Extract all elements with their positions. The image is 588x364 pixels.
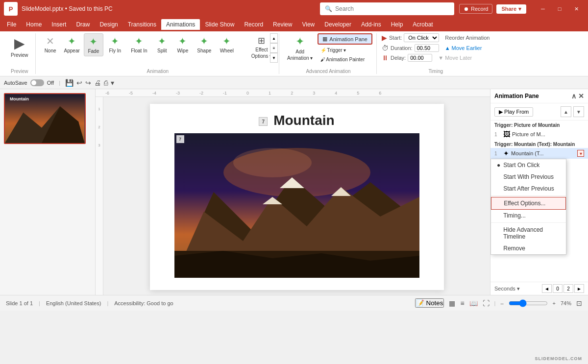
anim-item-2[interactable]: 1 ✦ Mountain (T... ▾	[490, 148, 588, 159]
anim-appear-button[interactable]: ✦ Appear	[61, 33, 83, 55]
close-button[interactable]: ✕	[568, 2, 584, 16]
menu-addins[interactable]: Add-ins	[356, 19, 386, 30]
context-menu: ● Start On Click ● Start With Previous ●…	[490, 159, 566, 255]
anim-floatin-button[interactable]: ✦ Float In	[127, 33, 151, 55]
qa-customize-icon[interactable]: ▾	[111, 79, 114, 87]
ctx-start-on-click[interactable]: ● Start On Click	[491, 159, 566, 171]
undo-icon[interactable]: ↩	[76, 79, 82, 87]
save-icon[interactable]: 💾	[65, 79, 74, 87]
menu-slideshow[interactable]: Slide Show	[200, 19, 239, 30]
ctx-start-with-previous[interactable]: ● Start With Previous	[491, 171, 566, 183]
qa-icon3[interactable]: 🖨	[94, 79, 101, 87]
animation-painter-button[interactable]: 🖌 Animation Painter	[318, 56, 372, 63]
maximize-button[interactable]: □	[552, 2, 567, 16]
start-after-icon: ●	[497, 185, 500, 192]
ctx-timing[interactable]: ● Timing...	[491, 210, 566, 221]
slide-image[interactable]: 7	[174, 133, 419, 278]
anim-pane-icon: ▦	[322, 36, 327, 42]
slide-thumbnail[interactable]: Mountain	[4, 93, 86, 144]
record-button[interactable]: ⏺ Record	[459, 4, 492, 14]
ctx-start-after-previous[interactable]: ● Start After Previous	[491, 183, 566, 194]
pane-scroll-down[interactable]: ▼	[573, 106, 584, 117]
slide-canvas[interactable]: 7 Mountain	[150, 104, 444, 290]
menu-draw[interactable]: Draw	[71, 19, 95, 30]
preview-button[interactable]: ▶ Preview	[8, 33, 31, 60]
menu-insert[interactable]: Insert	[47, 19, 71, 30]
preview-label: Preview	[11, 52, 28, 58]
pane-collapse-icon[interactable]: ∧	[571, 92, 576, 100]
qa-icon4[interactable]: ⎙	[104, 79, 108, 87]
item2-num: 1	[494, 151, 501, 156]
move-later-link[interactable]: ▼ Move Later	[438, 55, 472, 61]
pane-scroll-up[interactable]: ▲	[561, 106, 571, 117]
minimize-button[interactable]: ─	[535, 2, 551, 16]
title-bar-right: ⏺ Record Share ▾ ─ □ ✕	[459, 2, 584, 16]
wheel-icon: ✦	[222, 35, 231, 47]
menu-help[interactable]: Help	[386, 19, 408, 30]
anim-fade-button[interactable]: ✦ Fade	[84, 33, 103, 56]
duration-input[interactable]	[415, 44, 439, 52]
menu-design[interactable]: Design	[95, 19, 122, 30]
anim-nav-2[interactable]: 2	[564, 284, 573, 293]
logo-text: P	[9, 5, 13, 13]
anim-wipe-button[interactable]: ✦ Wipe	[173, 33, 193, 55]
anim-item-dropdown[interactable]: ▾	[577, 150, 584, 157]
share-button[interactable]: Share ▾	[496, 4, 526, 14]
ctx-remove[interactable]: ● Remove	[491, 243, 566, 254]
anim-nav-right[interactable]: ►	[574, 284, 584, 293]
ribbon: ▶ Preview Preview ✕ None ✦ Appear ✦ Fade…	[0, 31, 588, 76]
ribbon-group-preview: ▶ Preview Preview	[4, 33, 36, 74]
menu-review[interactable]: Review	[268, 19, 297, 30]
ctx-effect-options[interactable]: ● Effect Options...	[491, 197, 566, 210]
notes-button[interactable]: 📝 Notes	[415, 298, 444, 308]
zoom-slider[interactable]	[509, 299, 548, 307]
animation-pane: Animation Pane ∧ ✕ ▶ Play From ▲ ▼ Trigg…	[490, 89, 588, 295]
outline-view-icon[interactable]: ≡	[460, 299, 464, 307]
ribbon-group-add-animation: ✦ Add Animation ▾ ▦ Animation Pane ⚡ Tri…	[280, 33, 377, 74]
zoom-out-icon[interactable]: –	[500, 300, 503, 306]
search-input[interactable]	[335, 5, 449, 12]
menu-file[interactable]: File	[2, 19, 21, 30]
reading-view-icon[interactable]: 📖	[469, 299, 478, 307]
anim-shape-button[interactable]: ✦ Shape	[194, 33, 215, 55]
menu-acrobat[interactable]: Acrobat	[408, 19, 438, 30]
anim-flyin-button[interactable]: ✦ Fly In	[104, 33, 126, 55]
slideshow-icon[interactable]: ⛶	[483, 299, 490, 307]
menu-bar: File Home Insert Draw Design Transitions…	[0, 18, 588, 31]
delay-input[interactable]	[408, 54, 432, 62]
autosave-toggle[interactable]	[30, 79, 44, 86]
move-earlier-link[interactable]: ▲ Move Earlier	[445, 45, 482, 51]
anim-nav-left[interactable]: ◄	[542, 284, 552, 293]
anim-item-1[interactable]: 1 🖼 Picture of M...	[490, 129, 588, 140]
pane-close-icon[interactable]: ✕	[578, 92, 584, 100]
normal-view-icon[interactable]: ▦	[449, 299, 455, 307]
play-from-button[interactable]: ▶ Play From	[494, 107, 533, 117]
menu-developer[interactable]: Developer	[319, 19, 356, 30]
menu-home[interactable]: Home	[21, 19, 47, 30]
anim-controls-col: ▦ Animation Pane ⚡ Trigger ▾ 🖌 Animation…	[318, 33, 372, 63]
hide-label: Hide Advanced Timeline	[503, 226, 560, 240]
anim-split-button[interactable]: ✦ Split	[152, 33, 172, 55]
search-bar[interactable]: 🔍	[320, 2, 454, 15]
anim-wheel-button[interactable]: ✦ Wheel	[216, 33, 238, 55]
menu-record[interactable]: Record	[239, 19, 268, 30]
window-controls: ─ □ ✕	[535, 2, 584, 16]
fit-slide-icon[interactable]: ⊡	[576, 299, 582, 307]
add-animation-button[interactable]: ✦ Add Animation ▾	[284, 33, 316, 63]
ctx-hide-timeline[interactable]: ● Hide Advanced Timeline	[491, 224, 566, 243]
start-select[interactable]: On Click	[404, 33, 439, 42]
menu-transitions[interactable]: Transitions	[123, 19, 161, 30]
trigger-button[interactable]: ⚡ Trigger ▾	[318, 47, 372, 54]
timing-icon: ●	[497, 212, 500, 219]
anim-nav-0[interactable]: 0	[553, 284, 563, 293]
ribbon-scroll-up[interactable]: ▲	[270, 33, 278, 43]
animation-pane-button[interactable]: ▦ Animation Pane	[318, 33, 372, 45]
menu-view[interactable]: View	[297, 19, 319, 30]
zoom-in-icon[interactable]: +	[553, 300, 556, 306]
redo-icon[interactable]: ↪	[85, 79, 91, 87]
menu-animations[interactable]: Animations	[161, 19, 200, 30]
anim-none-button[interactable]: ✕ None	[41, 33, 60, 55]
ribbon-scroll-mid[interactable]: ≡	[270, 43, 278, 53]
painter-label: Animation Painter	[326, 57, 365, 62]
ribbon-scroll-down[interactable]: ▼	[270, 53, 278, 63]
